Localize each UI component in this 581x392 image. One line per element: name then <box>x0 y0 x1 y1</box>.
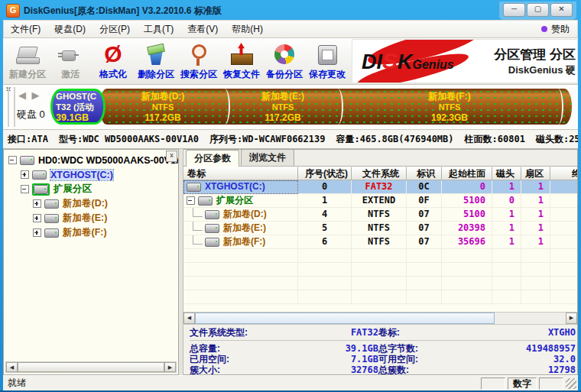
tree-item-2[interactable]: 扩展分区 <box>5 182 177 196</box>
toolbar-button-7[interactable]: 保存更改 <box>306 39 349 83</box>
table-hscrollbar[interactable]: ◀ ▶ <box>183 312 577 324</box>
empty-cell <box>352 249 407 263</box>
partition-block-1[interactable]: 新加卷(D:)NTFS117.2GB <box>99 89 226 125</box>
collapse-minus-icon[interactable] <box>21 185 29 193</box>
expand-plus-icon[interactable] <box>33 214 41 222</box>
close-icon[interactable]: ✕ <box>550 3 573 17</box>
title-bar[interactable]: G DiskGenius[原名:DiskMan] V3.2.2010.6 标准版… <box>3 2 578 20</box>
menu-item-3[interactable]: 工具(T) <box>137 21 180 37</box>
column-header-1[interactable]: 序号(状态) <box>298 167 352 180</box>
expand-plus-icon[interactable] <box>21 170 29 179</box>
tab-strip: 分区参数 浏览文件 <box>183 150 577 167</box>
tree-hscrollbar[interactable]: ◀ ▶ <box>5 361 177 373</box>
column-header-4[interactable]: 起始柱面 <box>442 167 492 180</box>
disk-info-label: 柱面数: <box>465 134 498 144</box>
toolbar-button-6[interactable]: 备份分区 <box>263 39 306 83</box>
column-header-6[interactable]: 扇区 <box>521 167 550 180</box>
toolbar-button-3[interactable]: 删除分区 <box>135 39 177 83</box>
disk-nav-arrows[interactable]: ◀ ▶ <box>18 89 41 101</box>
disk-info-value: 465.8GB(476940MB) <box>360 134 454 144</box>
disk-label: 硬盘 0 <box>17 108 45 121</box>
empty-cell <box>521 277 550 290</box>
disk-info-pair: 接口:ATA <box>8 133 48 146</box>
table-row[interactable]: 新加卷(D:)4NTFS0751001120397 <box>183 208 577 222</box>
hdd-icon <box>205 210 219 219</box>
volume-cell: 新加卷(D:) <box>183 208 298 222</box>
tree-item-0[interactable]: HD0:WDC WD5000AAKS-00V1A0 <box>5 153 177 167</box>
partition-label: NTFS <box>439 102 461 112</box>
maximize-icon[interactable]: ▢ <box>527 3 549 17</box>
panel-grip[interactable] <box>8 87 15 127</box>
disk-info-label: 接口: <box>8 134 31 144</box>
empty-cell <box>183 277 298 290</box>
scroll-left-icon[interactable]: ◀ <box>6 362 18 372</box>
scroll-right-icon[interactable]: ▶ <box>164 362 176 372</box>
toolbar-button-4[interactable]: 搜索分区 <box>177 39 220 83</box>
table-row[interactable]: XTGHOST(C:)0FAT320C0115099 <box>183 180 577 194</box>
volume-cell: 新加卷(E:) <box>183 222 298 235</box>
disk-info-value: WDC WD5000AAKS-00V1A0 <box>83 134 199 144</box>
scroll-thumb[interactable] <box>18 362 164 372</box>
disk-info-pair: 柱面数:60801 <box>465 133 525 146</box>
empty-cell <box>550 249 577 263</box>
tab-browse-files[interactable]: 浏览文件 <box>241 149 294 166</box>
tree-item-5[interactable]: 新加卷(F:) <box>5 225 177 240</box>
details-value2: 12798 <box>508 364 576 374</box>
tree-item-3[interactable]: 新加卷(D:) <box>5 196 177 211</box>
partition-block-3[interactable]: 新加卷(F:)NTFS192.3GB <box>339 89 560 125</box>
tab-partition-params[interactable]: 分区参数 <box>186 150 239 167</box>
partition-block-c[interactable]: GHOST(CT32 (活动39.1GB <box>50 89 105 125</box>
menu-item-2[interactable]: 分区(P) <box>93 21 137 37</box>
toolbar-button-5[interactable]: 恢复文件 <box>220 39 263 83</box>
disk-info-line: 接口:ATA型号:WDC WD5000AAKS-00V1A0序列号:WD-WCA… <box>3 130 578 149</box>
menu-item-1[interactable]: 硬盘(D) <box>47 21 93 37</box>
tree-item-4[interactable]: 新加卷(E:) <box>5 211 177 225</box>
sector-cell: 1 <box>521 194 550 208</box>
menu-item-5[interactable]: 帮助(H) <box>225 21 270 37</box>
empty-cell <box>550 277 577 290</box>
disk-info-label: 序列号: <box>209 134 242 144</box>
tree-item-label: XTGHOST(C:) <box>50 170 113 180</box>
recover-files-icon <box>229 43 255 67</box>
column-header-7[interactable]: 终止柱面 <box>550 167 578 180</box>
fs-cell: NTFS <box>352 235 407 249</box>
toolbar-button-2[interactable]: Ø格式化 <box>92 39 135 83</box>
details-row: 文件系统类型:FAT32卷标:XTGHO <box>190 327 576 338</box>
expand-plus-icon[interactable] <box>33 228 41 237</box>
scroll-thumb[interactable] <box>195 313 495 324</box>
num-cell: 5 <box>298 222 352 235</box>
tree-item-label: 新加卷(F:) <box>63 226 107 239</box>
sponsor-link[interactable]: 赞助 <box>541 23 577 36</box>
head-cell: 1 <box>492 222 521 235</box>
table-empty-row <box>183 263 577 277</box>
sponsor-label: 赞助 <box>551 23 570 36</box>
expand-plus-icon[interactable] <box>33 199 41 208</box>
tree-item-1[interactable]: XTGHOST(C:) <box>5 167 177 182</box>
table-row[interactable]: 新加卷(F:)6NTFS07356961160800 <box>183 235 577 249</box>
menu-item-0[interactable]: 文件(F) <box>4 21 47 37</box>
table-row[interactable]: 新加卷(E:)5NTFS07203981135695 <box>183 222 577 235</box>
resize-grip-icon[interactable] <box>566 378 576 389</box>
column-header-3[interactable]: 标识 <box>407 167 442 180</box>
start_cyl-cell: 5100 <box>442 194 492 208</box>
partition-label: 192.3GB <box>431 112 468 123</box>
main-area: x HD0:WDC WD5000AAKS-00V1A0XTGHOST(C:)扩展… <box>3 149 578 375</box>
scroll-left-icon[interactable]: ◀ <box>183 313 195 324</box>
tree-close-icon[interactable]: x <box>166 151 177 162</box>
column-header-2[interactable]: 文件系统 <box>352 167 407 180</box>
menu-item-4[interactable]: 查看(V) <box>180 21 225 37</box>
table-row[interactable]: 扩展分区1EXTEND0F51000160800 <box>183 194 577 208</box>
scroll-right-icon[interactable]: ▶ <box>566 313 577 324</box>
partition-separator-icon <box>333 89 343 125</box>
partition-block-2[interactable]: 新加卷(E:)NTFS117.2GB <box>226 89 339 125</box>
minimize-icon[interactable]: ─ <box>503 3 525 17</box>
volume-label: 扩展分区 <box>216 194 253 207</box>
empty-cell <box>442 249 492 263</box>
collapse-minus-icon[interactable] <box>8 156 17 164</box>
column-header-5[interactable]: 磁头 <box>492 167 521 180</box>
partition-label: 117.2GB <box>265 112 300 123</box>
details-label2: 总簇数: <box>378 364 508 374</box>
details-label2: 卷标: <box>378 327 508 338</box>
collapse-minus-icon[interactable] <box>187 196 195 205</box>
column-header-0[interactable]: 卷标 <box>183 167 298 180</box>
